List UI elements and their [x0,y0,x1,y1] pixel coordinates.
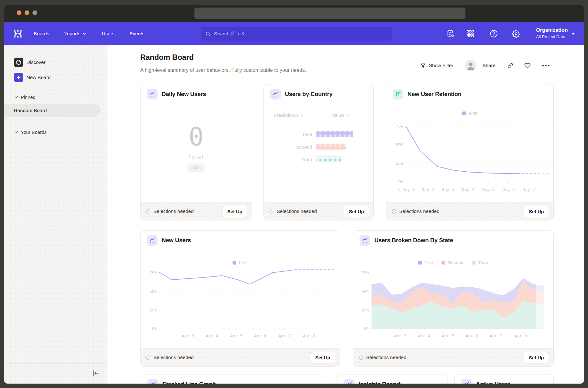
svg-text:25%: 25% [150,308,157,312]
svg-text:Apr 6: Apr 6 [466,334,478,338]
line-chart-icon [461,379,472,384]
share-button[interactable]: Share [482,60,495,71]
status-text: Selections needed [153,208,219,214]
org-chevron-icon [571,33,575,35]
url-bar[interactable] [194,8,465,19]
value-dropdown[interactable]: Value [332,112,349,118]
line-chart-icon [147,379,158,384]
placeholder-bar-third [316,156,342,162]
breakdown-dropdown[interactable]: Breakdown [274,112,303,118]
nav-item-boards[interactable]: Boards [34,22,49,45]
card-title[interactable]: New User Retention [407,91,461,98]
org-project-scope: All Project Data [536,34,568,40]
chevron-down-icon [300,114,303,117]
filter-funnel-icon [420,63,426,69]
svg-text:0%: 0% [398,180,403,184]
nav-item-users[interactable]: Users [102,22,114,45]
set-up-button[interactable]: Set Up [524,352,549,363]
svg-text:Day 5: Day 5 [482,187,494,192]
svg-text:75%: 75% [150,271,157,275]
sidebar-item-discover[interactable]: Discover [14,58,45,67]
svg-text:Apr 4: Apr 4 [206,334,218,338]
svg-text:Apr 3: Apr 3 [394,334,406,338]
settings-gear-icon[interactable] [512,29,521,38]
more-options-button[interactable] [542,60,550,71]
card-title[interactable]: Users by Country [285,91,332,98]
card-title[interactable]: Daily New Users [162,91,206,98]
svg-text:Day 7: Day 7 [522,187,535,192]
set-up-button[interactable]: Set Up [344,206,369,217]
link-icon [507,62,514,69]
nav-item-events[interactable]: Events [130,22,144,45]
card-title[interactable]: Insights Report [359,381,401,384]
window-zoom-button[interactable] [32,10,37,15]
svg-text:25%: 25% [396,161,404,166]
svg-text:25%: 25% [362,308,369,312]
card-daily-new-users: Daily New Users 0 Total ↑0% Selections n… [140,84,252,220]
browser-window: Boards Reports Users Events [4,5,584,384]
retention-line-chart: 75%50%25%0%< Day 1Day 2Day 3Day 4Day 5Da… [386,104,553,203]
svg-text:Day 2: Day 2 [422,187,434,192]
favorite-button[interactable] [524,60,531,71]
metric-label: Total [188,154,204,160]
status-circle-icon [146,356,150,360]
status-text: Selections needed [366,355,521,360]
sidebar-item-new-board[interactable]: New Board [14,73,51,82]
show-filter-button[interactable]: Show Filter [420,60,453,71]
sidebar-section-pinned[interactable]: Pinned [14,94,36,100]
sidebar-collapse-icon[interactable] [92,370,100,377]
help-icon[interactable] [489,29,498,38]
sidebar-section-your-boards[interactable]: Your Boards [14,129,47,135]
window-minimize-button[interactable] [25,10,29,15]
apps-grid-icon[interactable] [466,29,475,38]
chevron-down-icon [14,96,18,98]
svg-text:Apr 8: Apr 8 [303,334,315,338]
set-up-button[interactable]: Set Up [222,206,247,217]
chevron-down-icon [83,32,86,35]
svg-text:50%: 50% [396,142,404,147]
card-active-users: Active Users [454,374,554,384]
mixpanel-logo[interactable] [13,29,23,38]
set-up-button[interactable]: Set Up [524,206,549,217]
search-input[interactable] [214,31,388,37]
person-icon [465,60,476,71]
board-content: Random Board A high-level summary of use… [107,45,584,384]
desktop: Boards Reports Users Events [0,0,588,388]
svg-text:Apr 4: Apr 4 [418,334,430,338]
status-circle-icon [359,356,363,360]
svg-text:Apr 7: Apr 7 [279,334,291,338]
card-title[interactable]: Stacked Line Graph [162,381,216,384]
svg-text:Apr 7: Apr 7 [490,334,502,338]
nav-item-reports[interactable]: Reports [63,22,86,45]
status-text: Selections needed [399,208,521,214]
line-chart-icon [344,379,355,384]
placeholder-bar-second [316,144,346,150]
row-label: Third [274,157,312,163]
card-new-users: New Users First 75%50%25%0%Apr 3Apr 4Apr… [140,230,340,367]
card-users-by-state: Users Broken Down By State First Second … [353,230,554,367]
heart-icon [524,62,531,69]
card-title[interactable]: New Users [162,237,191,244]
placeholder-bar-first [316,131,353,137]
stacked-area-chart: 75%50%25%0%Apr 3Apr 4Apr 5Apr 6Apr 7Apr … [353,250,553,349]
copy-link-button[interactable] [507,60,514,71]
set-up-button[interactable]: Set Up [310,352,335,363]
org-switcher[interactable]: Organization All Project Data [536,26,568,40]
avatar[interactable] [465,60,476,71]
chevron-down-icon [14,131,18,133]
card-title[interactable]: Users Broken Down By State [374,237,453,244]
window-close-button[interactable] [17,10,21,15]
card-title[interactable]: Active Users [476,381,510,384]
global-search[interactable] [201,27,392,41]
svg-text:Apr 5: Apr 5 [442,334,454,338]
page-subtitle: A high-level summary of user behaviors. … [140,67,306,73]
metric-placeholder: 0 Total ↑0% [141,99,252,197]
status-circle-icon [146,209,150,214]
svg-text:< Day 1: < Day 1 [398,187,415,192]
svg-text:50%: 50% [150,289,157,294]
data-management-icon[interactable] [447,29,455,38]
top-nav: Boards Reports Users Events [4,22,584,45]
metric-value: 0 [188,124,204,150]
card-insights-report: Insights Report [337,374,447,384]
sidebar-item-random-board[interactable]: Random Board [4,104,101,117]
